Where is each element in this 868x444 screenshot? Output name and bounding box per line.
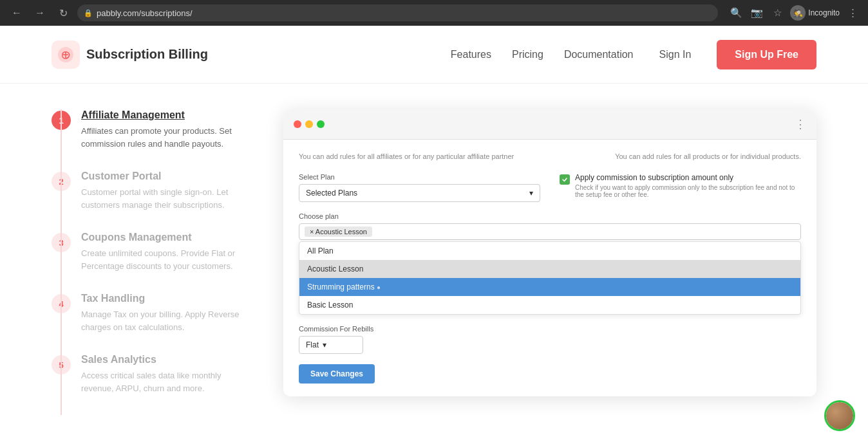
tag-input[interactable]: × Acoustic Lesson [299, 223, 801, 240]
user-avatar[interactable] [824, 400, 855, 431]
menu-button[interactable]: ⋮ [845, 5, 860, 21]
feature-desc-1: Affiliates can promote your products. Se… [81, 125, 245, 150]
browser-chrome: ← → ↻ 🔒 pabbly.com/subscriptions/ 🔍 📷 ☆ … [0, 0, 868, 26]
feature-content-5: Sales Analytics Access critical sales da… [81, 354, 245, 394]
feature-content-1: Affiliate Management Affiliates can prom… [81, 109, 245, 150]
mockup-menu-icon[interactable]: ⋮ [795, 117, 806, 131]
dot-green [317, 120, 325, 128]
header: Subscription Billing Features Pricing Do… [0, 26, 868, 84]
save-changes-button[interactable]: Save Changes [299, 364, 375, 384]
dot-yellow [305, 120, 313, 128]
lock-icon: 🔒 [84, 9, 93, 17]
dropdown-item-all-plan[interactable]: All Plan [299, 242, 800, 260]
dot-red [294, 120, 301, 128]
incognito-avatar: 🕵 [790, 5, 806, 21]
feature-content-3: Coupons Management Create unlimited coup… [81, 232, 245, 272]
incognito-label: Incognito [808, 8, 840, 17]
feature-content-2: Customer Portal Customer portal with sin… [81, 171, 245, 211]
commission-label: Commission For Rebills [299, 325, 801, 333]
address-bar[interactable]: 🔒 pabbly.com/subscriptions/ [77, 5, 718, 21]
mockup-body: You can add rules for all affiliates or … [283, 140, 816, 396]
cursor-indicator: ● [377, 284, 381, 291]
feature-number-2: 2 [52, 172, 71, 191]
avatar-image [826, 402, 853, 429]
feature-title-3[interactable]: Coupons Management [81, 232, 245, 243]
checkbox-text-area: Apply commission to subscription amount … [575, 173, 801, 198]
nav-links: Features Pricing Documentation Sign In S… [451, 40, 816, 69]
feature-title-5[interactable]: Sales Analytics [81, 354, 245, 365]
bookmark-button[interactable]: ☆ [769, 5, 785, 21]
logo-area: Subscription Billing [52, 41, 208, 69]
zoom-button[interactable]: 🔍 [728, 5, 744, 21]
feature-item-2: 2 Customer Portal Customer portal with s… [52, 171, 245, 211]
window-dots [294, 120, 325, 128]
logo-text: Subscription Billing [86, 47, 208, 62]
feature-number-1: 1 [52, 111, 71, 130]
checkbox-row: Apply commission to subscription amount … [560, 173, 801, 198]
select-plan-value: Selected Plans [306, 189, 357, 198]
select-plan-dropdown[interactable]: Selected Plans ▾ [299, 184, 540, 202]
affiliate-header-right: You can add rules for all products or fo… [615, 153, 801, 160]
commission-value: Flat [306, 340, 319, 349]
choose-plan-section: Choose plan × Acoustic Lesson All Plan A… [299, 212, 801, 315]
checkbox-subtext: Check if you want to apply commission on… [575, 184, 801, 198]
url-text: pabbly.com/subscriptions/ [97, 8, 193, 18]
choose-plan-label: Choose plan [299, 212, 801, 220]
commission-select[interactable]: Flat ▾ [299, 336, 363, 354]
feature-item-3: 3 Coupons Management Create unlimited co… [52, 232, 245, 272]
browser-actions: 🔍 📷 ☆ 🕵 Incognito ⋮ [728, 5, 860, 21]
nav-signin[interactable]: Sign In [659, 49, 692, 60]
nav-documentation[interactable]: Documentation [564, 49, 634, 60]
feature-number-4: 4 [52, 294, 71, 313]
back-button[interactable]: ← [8, 4, 26, 22]
commission-section: Commission For Rebills Flat ▾ [299, 325, 801, 354]
forward-button[interactable]: → [31, 4, 49, 22]
feature-desc-2: Customer portal with single sign-on. Let… [81, 186, 245, 211]
signup-button[interactable]: Sign Up Free [717, 40, 816, 69]
affiliate-header-left: You can add rules for all affiliates or … [299, 153, 514, 160]
feature-item-4: 4 Tax Handling Manage Tax on your billin… [52, 293, 245, 333]
incognito-badge: 🕵 Incognito [790, 5, 840, 21]
feature-title-1[interactable]: Affiliate Management [81, 109, 245, 121]
feature-list: 1 Affiliate Management Affiliates can pr… [52, 109, 245, 415]
select-plan-group: Select Plan Selected Plans ▾ [299, 173, 540, 202]
affiliate-header: You can add rules for all affiliates or … [299, 153, 801, 160]
select-plan-label: Select Plan [299, 173, 540, 181]
refresh-button[interactable]: ↻ [54, 4, 72, 22]
dropdown-list: All Plan Acoustic Lesson Strumming patte… [299, 241, 801, 315]
feature-desc-3: Create unlimited coupons. Provide Flat o… [81, 247, 245, 272]
feature-title-4[interactable]: Tax Handling [81, 293, 245, 304]
feature-desc-4: Manage Tax on your billing. Apply Revers… [81, 308, 245, 333]
chevron-down-icon: ▾ [529, 189, 533, 198]
feature-number-3: 3 [52, 233, 71, 252]
camera-off-button[interactable]: 📷 [749, 5, 764, 21]
dropdown-item-basic[interactable]: Basic Lesson [299, 296, 800, 314]
dropdown-item-acoustic[interactable]: Acoustic Lesson [299, 260, 800, 278]
feature-desc-5: Access critical sales data like monthly … [81, 369, 245, 394]
mockup-titlebar: ⋮ [283, 109, 816, 140]
page: Subscription Billing Features Pricing Do… [0, 26, 868, 444]
logo-icon [52, 41, 80, 69]
feature-item-1: 1 Affiliate Management Affiliates can pr… [52, 109, 245, 150]
checkbox-group: Apply commission to subscription amount … [560, 173, 801, 198]
chevron-down-icon-2: ▾ [323, 340, 326, 349]
nav-pricing[interactable]: Pricing [512, 49, 543, 60]
feature-content-4: Tax Handling Manage Tax on your billing.… [81, 293, 245, 333]
dropdown-item-strumming[interactable]: Strumming patterns ● [299, 278, 800, 296]
ui-mockup: ⋮ You can add rules for all affiliates o… [283, 109, 816, 396]
feature-number-5: 5 [52, 355, 71, 375]
form-row-plan: Select Plan Selected Plans ▾ Appl [299, 173, 801, 202]
plan-tag[interactable]: × Acoustic Lesson [305, 227, 372, 237]
checkbox-label: Apply commission to subscription amount … [575, 173, 801, 182]
nav-features[interactable]: Features [451, 49, 491, 60]
bottom-cta: Get Started Free [0, 428, 868, 444]
feature-item-5: 5 Sales Analytics Access critical sales … [52, 354, 245, 394]
checkbox-apply-commission[interactable] [560, 174, 570, 185]
feature-title-2[interactable]: Customer Portal [81, 171, 245, 182]
main-content: 1 Affiliate Management Affiliates can pr… [0, 84, 868, 428]
